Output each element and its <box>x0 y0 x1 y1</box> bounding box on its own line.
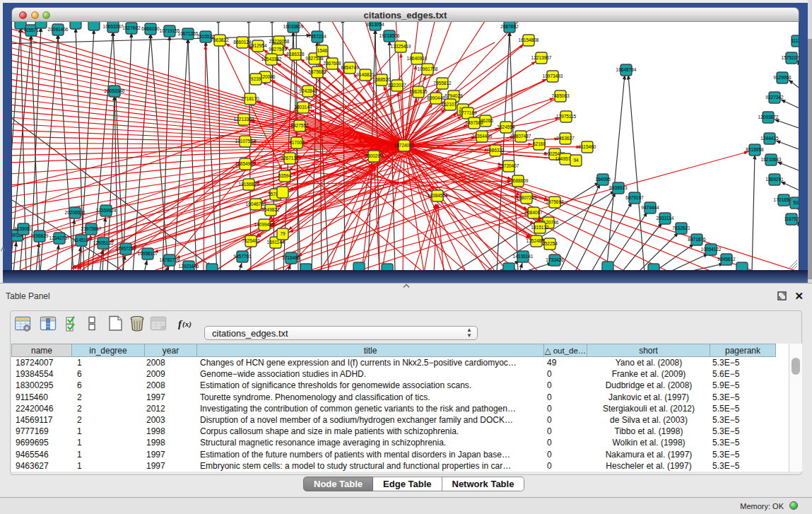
svg-text:2718170: 2718170 <box>241 96 259 101</box>
svg-text:(x): (x) <box>182 320 192 329</box>
svg-text:18724007: 18724007 <box>394 143 415 148</box>
svg-text:5875685: 5875685 <box>308 69 326 74</box>
svg-text:16046788: 16046788 <box>246 201 266 206</box>
svg-text:11121: 11121 <box>791 38 799 43</box>
svg-text:8215958: 8215958 <box>746 147 764 152</box>
svg-text:7986322: 7986322 <box>486 148 505 153</box>
svg-text:417004: 417004 <box>289 140 305 145</box>
svg-text:114519: 114519 <box>73 238 89 243</box>
svg-text:8912954: 8912954 <box>249 43 267 48</box>
svg-text:2687682: 2687682 <box>500 24 519 29</box>
svg-text:8322037: 8322037 <box>388 83 406 88</box>
svg-text:16154808: 16154808 <box>519 37 539 42</box>
svg-text:8427552: 8427552 <box>290 123 309 128</box>
svg-text:1588520: 1588520 <box>372 77 391 82</box>
svg-text:9115460: 9115460 <box>579 144 596 149</box>
svg-text:16210643: 16210643 <box>761 157 782 162</box>
svg-text:2300203: 2300203 <box>365 153 383 158</box>
svg-text:12923446: 12923446 <box>179 264 199 269</box>
svg-text:252254: 252254 <box>542 241 558 246</box>
svg-text:12093872: 12093872 <box>758 115 779 119</box>
svg-text:62160: 62160 <box>533 141 546 146</box>
svg-text:15751074: 15751074 <box>782 55 799 60</box>
svg-text:2803144: 2803144 <box>294 105 312 110</box>
svg-text:9474444: 9474444 <box>641 205 659 210</box>
svg-text:9777169: 9777169 <box>459 110 477 115</box>
svg-text:17957255: 17957255 <box>116 246 136 251</box>
svg-text:8454749: 8454749 <box>341 65 359 70</box>
svg-text:19218506: 19218506 <box>379 33 400 38</box>
svg-text:10653287: 10653287 <box>103 24 124 29</box>
svg-text:8813054: 8813054 <box>366 22 384 27</box>
svg-text:164095: 164095 <box>595 177 611 182</box>
svg-text:12975115: 12975115 <box>556 114 577 119</box>
svg-text:21364436: 21364436 <box>472 134 493 139</box>
svg-text:7632621: 7632621 <box>672 226 690 230</box>
svg-text:16854906: 16854906 <box>235 161 256 166</box>
svg-text:6466160: 6466160 <box>141 26 160 31</box>
svg-text:9146821: 9146821 <box>356 72 375 77</box>
svg-text:1549822: 1549822 <box>261 207 280 212</box>
svg-text:1369291: 1369291 <box>765 177 784 182</box>
svg-text:116753: 116753 <box>784 216 799 221</box>
svg-text:7663822: 7663822 <box>211 37 229 42</box>
svg-text:79: 79 <box>280 231 286 236</box>
svg-text:10107552: 10107552 <box>235 139 256 144</box>
svg-text:12213369: 12213369 <box>234 117 254 122</box>
svg-text:9457791: 9457791 <box>233 254 252 259</box>
svg-text:23226058: 23226058 <box>269 39 290 44</box>
svg-text:1733426: 1733426 <box>546 257 564 262</box>
svg-text:7625402: 7625402 <box>242 238 260 243</box>
svg-text:1546: 1546 <box>317 48 328 53</box>
svg-text:1621072: 1621072 <box>441 102 459 107</box>
svg-text:12505135: 12505135 <box>93 240 114 245</box>
svg-text:18640910: 18640910 <box>407 56 428 61</box>
svg-text:2367608: 2367608 <box>323 61 341 66</box>
svg-text:12213967: 12213967 <box>531 55 552 60</box>
svg-text:20206536: 20206536 <box>65 210 86 215</box>
svg-text:17359924: 17359924 <box>96 208 117 213</box>
svg-text:10688609: 10688609 <box>508 178 529 183</box>
svg-text:10671355: 10671355 <box>178 31 199 36</box>
svg-text:6497568: 6497568 <box>465 120 483 125</box>
svg-text:13325419: 13325419 <box>391 44 411 49</box>
svg-text:9245612: 9245612 <box>717 257 736 262</box>
svg-text:1244415: 1244415 <box>760 136 779 141</box>
svg-text:10961758: 10961758 <box>418 66 438 71</box>
svg-text:14099489: 14099489 <box>254 222 275 227</box>
svg-text:7955812: 7955812 <box>433 81 452 86</box>
svg-text:10807487: 10807487 <box>511 134 531 139</box>
svg-text:16782759: 16782759 <box>160 257 180 262</box>
svg-text:9227342: 9227342 <box>765 95 784 100</box>
svg-text:9239: 9239 <box>251 76 261 81</box>
svg-text:9129966: 9129966 <box>773 75 792 80</box>
svg-text:3624554: 3624554 <box>497 124 515 129</box>
svg-text:9242848: 9242848 <box>299 88 317 93</box>
svg-text:8938923: 8938923 <box>609 185 628 190</box>
svg-text:19166829: 19166829 <box>239 182 259 187</box>
svg-text:10719155: 10719155 <box>160 28 180 33</box>
svg-text:20091406: 20091406 <box>48 27 69 32</box>
svg-text:12342737: 12342737 <box>49 235 70 240</box>
svg-text:15720407: 15720407 <box>499 163 519 168</box>
svg-text:16648784: 16648784 <box>616 67 637 72</box>
svg-text:3267130: 3267130 <box>281 156 299 160</box>
svg-text:8186328: 8186328 <box>286 52 305 57</box>
svg-text:53594: 53594 <box>278 173 291 178</box>
svg-text:1362615: 1362615 <box>409 89 428 94</box>
svg-text:8990448: 8990448 <box>427 95 445 100</box>
svg-text:10973493: 10973493 <box>543 74 563 78</box>
svg-text:6679197: 6679197 <box>625 195 644 200</box>
svg-text:53: 53 <box>793 200 799 205</box>
svg-text:18807249: 18807249 <box>517 195 537 200</box>
svg-text:10543382: 10543382 <box>261 57 282 62</box>
svg-text:9084067: 9084067 <box>524 210 543 215</box>
svg-text:14136141: 14136141 <box>513 254 534 259</box>
svg-text:1975692: 1975692 <box>546 199 564 204</box>
svg-text:9827509: 9827509 <box>269 47 287 52</box>
svg-text:16033809: 16033809 <box>283 24 304 29</box>
svg-text:6794028: 6794028 <box>445 93 463 98</box>
svg-text:1815132: 1815132 <box>531 225 549 230</box>
svg-text:23975867: 23975867 <box>81 226 102 231</box>
svg-text:2933114: 2933114 <box>657 216 674 221</box>
